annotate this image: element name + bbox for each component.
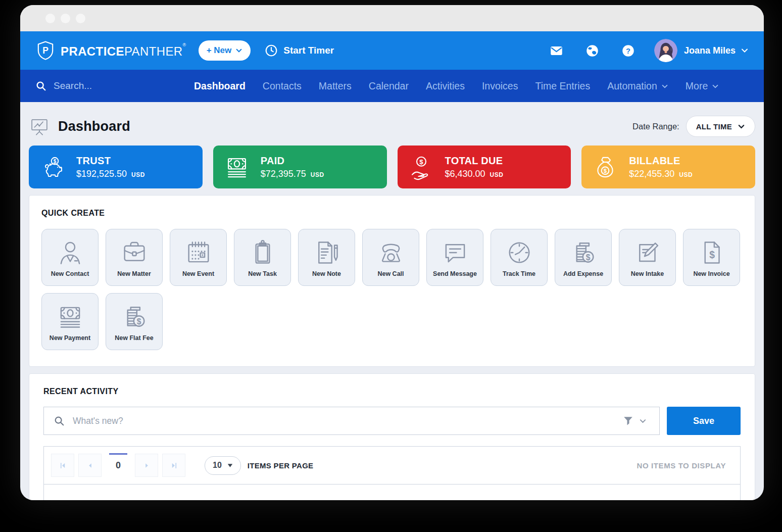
first-page-icon (59, 462, 67, 469)
nav-item-contacts[interactable]: Contacts (263, 80, 302, 92)
search-icon (35, 80, 46, 91)
stat-card-total-due[interactable]: $ TOTAL DUE $6,430.00USD (398, 146, 571, 188)
stat-text: TRUST $192,525.50USD (76, 155, 145, 179)
piggy-bank-icon: $ (39, 154, 66, 181)
tile-send-message[interactable]: Send Message (426, 229, 483, 286)
main-nav: Dashboard Contacts Matters Calendar Acti… (20, 70, 764, 102)
global-search[interactable] (35, 80, 162, 91)
save-button[interactable]: Save (667, 407, 741, 435)
next-page-icon (143, 462, 151, 469)
globe-icon[interactable] (585, 44, 599, 58)
tile-new-event[interactable]: New Event (170, 229, 227, 286)
nav-item-invoices[interactable]: Invoices (482, 80, 518, 92)
stat-label: TOTAL DUE (445, 155, 504, 167)
stat-label: TRUST (76, 155, 145, 167)
last-page-button[interactable] (162, 454, 185, 477)
page-title: Dashboard (58, 119, 130, 134)
tile-new-payment[interactable]: New Payment (41, 293, 99, 350)
filter-control[interactable] (620, 416, 650, 426)
doc-pencil-icon (633, 237, 662, 268)
nav-menu: Dashboard Contacts Matters Calendar Acti… (194, 80, 719, 92)
items-per-page-label: ITEMS PER PAGE (248, 461, 314, 470)
start-timer-button[interactable]: Start Timer (265, 44, 334, 57)
items-per-page-select[interactable]: 10 (205, 456, 241, 475)
stat-label: PAID (261, 155, 324, 167)
activity-grid-body (44, 485, 740, 500)
current-page-highlight (109, 453, 127, 455)
chevron-down-icon (661, 83, 668, 90)
presentation-chart-icon (29, 116, 50, 137)
tile-add-expense[interactable]: $ Add Expense (555, 229, 612, 286)
previous-page-button[interactable] (78, 454, 102, 477)
activity-search-box[interactable] (43, 407, 660, 435)
nav-item-dashboard[interactable]: Dashboard (194, 80, 246, 92)
tile-new-call[interactable]: New Call (362, 229, 419, 286)
new-button[interactable]: + New (199, 40, 251, 61)
caret-down-icon (227, 463, 233, 468)
svg-text:$: $ (419, 158, 423, 165)
stat-amount: $72,395.75USD (261, 169, 324, 179)
svg-text:$: $ (54, 158, 57, 164)
clock-icon (505, 237, 534, 268)
activity-grid-toolbar: 0 10 ITEMS PER P (44, 447, 740, 485)
tile-new-intake[interactable]: New Intake (619, 229, 676, 286)
app-header: P PRACTICEPANTHER® + New Start Timer (20, 31, 764, 70)
chat-bubble-icon (441, 237, 470, 268)
stat-text: BILLABLE $22,455.30USD (629, 155, 693, 179)
global-search-input[interactable] (54, 80, 162, 91)
nav-item-more[interactable]: More (686, 80, 719, 92)
practicepanther-logo[interactable]: P PRACTICEPANTHER® (35, 40, 186, 61)
recent-activity-title: RECENT ACTIVITY (43, 387, 741, 396)
stat-card-billable[interactable]: $ BILLABLE $22,455.30USD (581, 146, 755, 188)
svg-text:$: $ (709, 249, 715, 260)
user-menu[interactable]: Joana Miles (654, 39, 749, 62)
coins-dollar-icon: $ (120, 301, 149, 332)
briefcase-icon (120, 237, 149, 268)
stat-amount: $192,525.50USD (76, 169, 145, 179)
nav-item-activities[interactable]: Activities (426, 80, 465, 92)
tile-new-contact[interactable]: New Contact (41, 229, 99, 286)
activity-search-input[interactable] (73, 416, 620, 426)
tile-new-task[interactable]: New Task (234, 229, 291, 286)
tile-track-time[interactable]: Track Time (491, 229, 548, 286)
cash-icon (223, 154, 251, 181)
quick-create-card: QUICK CREATE New Contact (29, 195, 755, 367)
window-dot-icon (45, 14, 55, 23)
help-icon[interactable]: ? (621, 44, 635, 58)
stat-currency: USD (131, 171, 145, 178)
nav-item-automation[interactable]: Automation (607, 80, 668, 92)
svg-text:$: $ (604, 168, 607, 174)
tile-new-flat-fee[interactable]: $ New Flat Fee (106, 293, 163, 350)
tile-new-matter[interactable]: New Matter (106, 229, 163, 286)
page-content: Dashboard Date Range: ALL TIME $ (20, 102, 764, 500)
user-name: Joana Miles (684, 45, 736, 56)
cash-icon (56, 301, 85, 332)
stat-card-trust[interactable]: $ TRUST $192,525.50USD (29, 146, 203, 188)
nav-item-time-entries[interactable]: Time Entries (535, 80, 590, 92)
nav-item-matters[interactable]: Matters (319, 80, 352, 92)
chevron-down-icon (639, 417, 647, 425)
empty-message: NO ITEMS TO DISPLAY (637, 461, 726, 470)
first-page-button[interactable] (51, 454, 74, 477)
nav-item-calendar[interactable]: Calendar (369, 80, 409, 92)
previous-page-icon (86, 462, 94, 469)
clipboard-icon (248, 237, 277, 268)
mail-icon[interactable] (550, 44, 563, 58)
svg-text:?: ? (626, 46, 630, 55)
window-title-bar (20, 5, 764, 31)
stat-text: TOTAL DUE $6,430.00USD (445, 155, 504, 179)
pagination: 0 (51, 454, 185, 477)
tile-new-invoice[interactable]: $ New Invoice (683, 229, 740, 286)
stat-card-paid[interactable]: PAID $72,395.75USD (213, 146, 387, 188)
calendar-icon (184, 237, 213, 268)
filter-funnel-icon (623, 416, 633, 426)
search-icon (54, 415, 65, 426)
brand-name: PRACTICEPANTHER® (61, 42, 186, 59)
chevron-down-icon (741, 46, 749, 55)
chevron-down-icon (738, 123, 745, 130)
person-icon (56, 237, 85, 268)
date-range-select[interactable]: ALL TIME (686, 116, 755, 137)
next-page-button[interactable] (135, 454, 158, 477)
stat-amount: $22,455.30USD (629, 169, 693, 179)
tile-new-note[interactable]: New Note (298, 229, 355, 286)
